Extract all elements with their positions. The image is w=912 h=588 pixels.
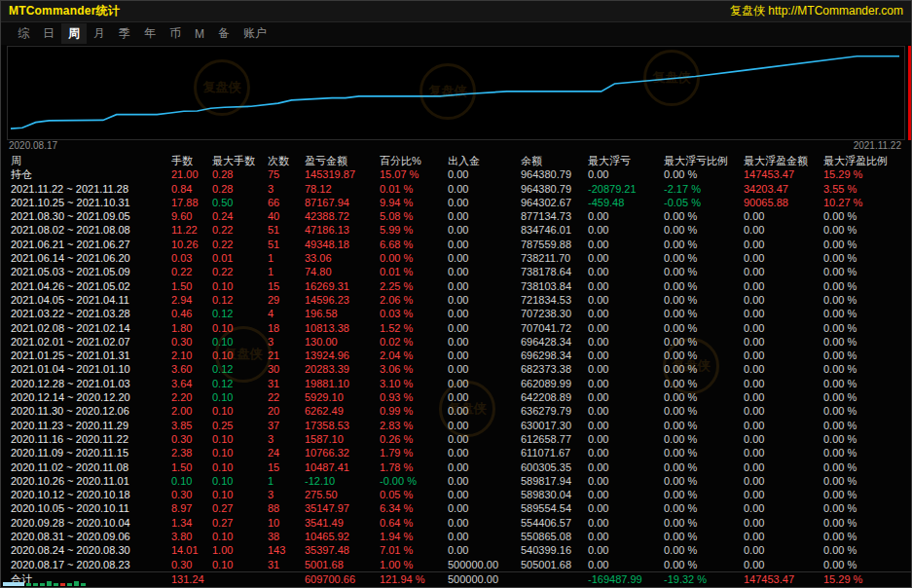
menu-tab-10[interactable]: 账户 — [237, 23, 274, 44]
table-row[interactable]: 2021.02.01 ~ 2021.02.070.300.103130.000.… — [11, 335, 911, 349]
table-row[interactable]: 2020.11.16 ~ 2020.11.220.300.1031587.100… — [11, 432, 911, 446]
cell: 0.00 % — [823, 209, 911, 223]
table-row[interactable]: 2021.04.05 ~ 2021.04.112.940.122914596.2… — [11, 293, 911, 307]
table-row[interactable]: 2020.11.30 ~ 2020.12.062.000.10206262.49… — [11, 404, 911, 418]
cell: 550865.08 — [521, 530, 588, 543]
cell: 10 — [268, 516, 305, 530]
cell — [521, 572, 588, 588]
menu-tab-1[interactable]: 综 — [11, 23, 36, 44]
cell: 最大手数 — [212, 154, 268, 167]
table-row[interactable]: 2021.06.21 ~ 2021.06.2710.260.225149348.… — [11, 238, 911, 251]
cell: -20879.21 — [588, 182, 664, 196]
cell: 2020.11.16 ~ 2020.11.22 — [11, 432, 171, 446]
cell: 0.00 — [448, 209, 521, 223]
table-row[interactable]: 2021.01.25 ~ 2021.01.312.100.102113924.9… — [11, 349, 911, 362]
cell: 0.00 — [448, 251, 521, 265]
menu-tab-8[interactable]: M — [188, 25, 211, 43]
menu-tab-2[interactable]: 日 — [36, 23, 61, 44]
cell: 持仓 — [11, 167, 171, 181]
menu-tab-9[interactable]: 备 — [211, 23, 237, 44]
menu-tab-5[interactable]: 季 — [112, 23, 137, 44]
equity-chart[interactable] — [7, 46, 905, 140]
table-row[interactable]: 2020.11.23 ~ 2020.11.293.850.253717358.5… — [11, 419, 911, 432]
cell: 88 — [268, 501, 305, 515]
cell: 2.94 — [171, 293, 212, 307]
cell: 131.24 — [171, 572, 212, 588]
cell: 最大浮亏比例 — [664, 154, 744, 167]
table-row[interactable]: 2020.08.24 ~ 2020.08.3014.011.0014335397… — [11, 543, 911, 557]
cell: 0.00 — [448, 390, 521, 404]
cell: 0.00 — [588, 390, 664, 404]
menu-tab-6[interactable]: 年 — [137, 23, 163, 44]
cell: 15 — [268, 460, 305, 474]
cell: 738211.70 — [521, 251, 588, 265]
cell: 5929.10 — [305, 390, 380, 404]
cell: 0.00 % — [664, 209, 744, 223]
cell: 143 — [268, 543, 305, 557]
cell: 0.00 — [448, 182, 521, 196]
menu-tab-4[interactable]: 月 — [87, 23, 112, 44]
table-row[interactable]: 2021.02.08 ~ 2021.02.141.800.101810813.3… — [11, 321, 911, 335]
table-row[interactable]: 2021.05.03 ~ 2021.05.090.220.22174.800.0… — [11, 265, 911, 278]
cell: 1.80 — [171, 321, 212, 335]
cell: 0.00 — [744, 404, 823, 418]
cell: 15.07 % — [380, 167, 448, 181]
table-row[interactable]: 2021.10.25 ~ 2021.10.3117.880.506687167.… — [11, 196, 911, 209]
menu-tab-3[interactable]: 周 — [61, 23, 87, 44]
cell: 0.99 % — [380, 404, 448, 418]
cell: 0.00 % — [664, 377, 744, 390]
table-row[interactable]: 2020.12.14 ~ 2020.12.202.200.10225929.10… — [11, 390, 911, 404]
cell: 2020.11.02 ~ 2020.11.08 — [11, 460, 171, 474]
cell: 0.00 — [448, 196, 521, 209]
cell: 0.24 — [212, 209, 268, 223]
cell: 49348.18 — [305, 238, 380, 251]
cell: 0.00 % — [664, 362, 744, 376]
table-row[interactable]: 2020.08.31 ~ 2020.09.063.800.103810465.9… — [11, 530, 911, 543]
cell: 2020.12.14 ~ 2020.12.20 — [11, 390, 171, 404]
table-row[interactable]: 2021.11.22 ~ 2021.11.280.840.28378.120.0… — [11, 182, 911, 196]
cell: 0.00 — [588, 167, 664, 181]
cell: 0.00 % — [823, 238, 911, 251]
cell: 0.00 — [588, 543, 664, 557]
brand-link[interactable]: 复盘侠 http://MTCommander.com — [730, 3, 903, 19]
cell: 0.01 — [212, 251, 268, 265]
cell: 0.00 % — [664, 419, 744, 432]
cell: 0.28 — [212, 167, 268, 181]
table-row[interactable]: 2020.10.05 ~ 2020.10.118.970.278835147.9… — [11, 501, 911, 515]
cell: 1.50 — [171, 460, 212, 474]
menu-tab-7[interactable]: 币 — [163, 23, 188, 44]
cell: 662089.99 — [521, 377, 588, 390]
cell: 3.55 % — [823, 182, 911, 196]
table-row[interactable]: 2021.01.04 ~ 2021.01.103.600.123020283.3… — [11, 362, 911, 376]
cell: 9.94 % — [380, 196, 448, 209]
cell: 47186.13 — [305, 223, 380, 237]
cell: 3.80 — [171, 530, 212, 543]
table-row[interactable]: 2020.10.26 ~ 2020.11.010.100.101-12.10-0… — [11, 474, 911, 488]
cell: 2020.08.31 ~ 2020.09.06 — [11, 530, 171, 543]
table-row[interactable]: 2020.08.17 ~ 2020.08.230.300.10315001.68… — [11, 558, 911, 571]
table-row[interactable]: 2021.08.30 ~ 2021.09.059.600.244042388.7… — [11, 209, 911, 223]
cell: 1.78 % — [380, 460, 448, 474]
cell: 0.30 — [171, 488, 212, 501]
table-row[interactable]: 2020.09.28 ~ 2020.10.041.340.27103541.49… — [11, 516, 911, 530]
table-row[interactable]: 2020.11.09 ~ 2020.11.152.380.102410766.3… — [11, 446, 911, 459]
table-row[interactable]: 2021.08.02 ~ 2021.08.0811.220.225147186.… — [11, 223, 911, 237]
cell: 0.27 — [212, 516, 268, 530]
cell: 2021.05.03 ~ 2021.05.09 — [11, 265, 171, 278]
table-row[interactable]: 2021.06.14 ~ 2021.06.200.030.01133.060.0… — [11, 251, 911, 265]
table-row[interactable]: 2020.12.28 ~ 2021.01.033.640.123119881.1… — [11, 377, 911, 390]
table-row[interactable]: 2020.11.02 ~ 2020.11.081.500.101510487.4… — [11, 460, 911, 474]
cell: 0.10 — [212, 558, 268, 571]
table-row[interactable]: 2021.04.26 ~ 2021.05.021.500.101516269.3… — [11, 279, 911, 293]
cell: 2.04 % — [380, 349, 448, 362]
cell: 0.00 — [588, 404, 664, 418]
cell: 721834.53 — [521, 293, 588, 307]
table-row[interactable]: 持仓21.000.2875145319.8715.07 %0.00964380.… — [11, 167, 911, 181]
table-row[interactable]: 2021.03.22 ~ 2021.03.280.460.124196.580.… — [11, 307, 911, 320]
cell: 14.01 — [171, 543, 212, 557]
cell: 29 — [268, 293, 305, 307]
cell: 0.93 % — [380, 390, 448, 404]
cell: 0.02 % — [380, 335, 448, 349]
cell: 0.00 % — [664, 238, 744, 251]
table-row[interactable]: 2020.10.12 ~ 2020.10.180.300.103275.500.… — [11, 488, 911, 501]
